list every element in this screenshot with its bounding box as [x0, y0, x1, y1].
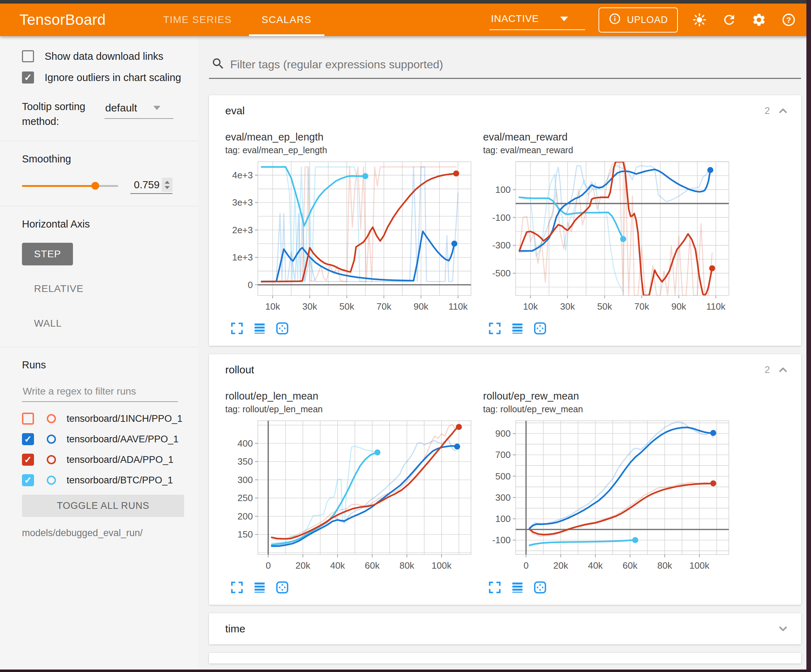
- fit-domain-icon[interactable]: [275, 322, 289, 337]
- run-row-btc[interactable]: tensorboard/BTC/PPO_1: [22, 474, 199, 486]
- run-row-ada[interactable]: tensorboard/ADA/PPO_1: [22, 454, 199, 466]
- dropdown-arrow-icon: [560, 17, 568, 21]
- run-checkbox[interactable]: [22, 474, 34, 486]
- upload-button[interactable]: UPLOAD: [599, 7, 678, 32]
- checkbox[interactable]: [22, 50, 34, 62]
- app-header: TensorBoard TIME SERIES SCALARS INACTIVE…: [0, 3, 811, 36]
- svg-text:350: 350: [238, 456, 253, 467]
- horizontal-axis-label: Horizontal Axis: [22, 218, 199, 230]
- status-dropdown[interactable]: INACTIVE: [489, 10, 585, 30]
- svg-text:80k: 80k: [399, 560, 415, 571]
- runs-filter-input[interactable]: [22, 384, 178, 402]
- svg-text:500: 500: [495, 471, 511, 482]
- line-chart[interactable]: 10k30k50k70k90k110k01e+32e+33e+34e+3: [225, 158, 473, 318]
- smoothing-slider[interactable]: [22, 185, 118, 187]
- svg-text:300: 300: [495, 492, 511, 503]
- help-icon[interactable]: ?: [780, 12, 797, 28]
- svg-text:100: 100: [495, 185, 511, 195]
- section-header-eval[interactable]: eval 2: [209, 95, 801, 126]
- chevron-up-icon[interactable]: [777, 364, 789, 376]
- window-top-edge: [0, 0, 811, 3]
- smoothing-value-field[interactable]: 0.759: [130, 178, 173, 194]
- run-color-circle[interactable]: [47, 455, 56, 464]
- svg-text:70k: 70k: [377, 301, 392, 312]
- axis-option-step[interactable]: STEP: [22, 243, 73, 266]
- fit-domain-icon[interactable]: [533, 322, 547, 337]
- fit-domain-icon[interactable]: [275, 581, 289, 596]
- run-checkbox[interactable]: [22, 454, 34, 466]
- run-selector-icon[interactable]: [511, 581, 524, 596]
- scalars-dashboard: eval 2 eval/mean_ep_length tag: eval/mea…: [199, 36, 811, 672]
- svg-text:30k: 30k: [302, 301, 318, 312]
- run-row-aave[interactable]: tensorboard/AAVE/PPO_1: [22, 433, 199, 445]
- run-selector-icon[interactable]: [253, 581, 266, 596]
- line-chart[interactable]: 020k40k60k80k100k150200250300350400: [225, 417, 473, 577]
- svg-text:0: 0: [523, 560, 528, 571]
- tag-filter-input[interactable]: [230, 58, 799, 71]
- axis-option-wall[interactable]: WALL: [22, 312, 74, 335]
- dropdown-arrow-icon: [153, 106, 160, 110]
- svg-text:40k: 40k: [588, 560, 603, 571]
- section-card-rollout: rollout 2 rollout/ep_len_mean tag: rollo…: [209, 354, 801, 605]
- svg-text:50k: 50k: [597, 301, 612, 312]
- run-checkbox[interactable]: [22, 433, 34, 445]
- checkbox[interactable]: [22, 71, 34, 83]
- svg-text:300: 300: [238, 474, 253, 485]
- expand-chart-icon[interactable]: [488, 581, 502, 596]
- run-row-1inch[interactable]: tensorboard/1INCH/PPO_1: [22, 413, 199, 425]
- svg-text:60k: 60k: [623, 560, 638, 571]
- expand-chart-icon[interactable]: [230, 322, 244, 337]
- header-actions: INACTIVE UPLOAD ?: [489, 3, 811, 36]
- section-header-rollout[interactable]: rollout 2: [209, 354, 801, 385]
- show-download-links-option[interactable]: Show data download links: [22, 50, 199, 62]
- chevron-down-icon[interactable]: [777, 623, 789, 635]
- svg-text:10k: 10k: [265, 301, 280, 312]
- svg-text:2e+3: 2e+3: [232, 225, 253, 235]
- chart-eval-mean-ep-length: eval/mean_ep_length tag: eval/mean_ep_le…: [225, 131, 477, 337]
- axis-option-relative[interactable]: RELATIVE: [22, 278, 96, 300]
- section-header-time[interactable]: time: [209, 613, 801, 644]
- svg-text:110k: 110k: [448, 301, 468, 312]
- app-title: TensorBoard: [19, 11, 106, 28]
- svg-text:0: 0: [266, 560, 271, 571]
- tag-filter-bar[interactable]: [209, 54, 801, 79]
- window-right-edge: [806, 0, 811, 672]
- stepper-down-icon[interactable]: [165, 186, 170, 189]
- fit-domain-icon[interactable]: [533, 581, 547, 596]
- tooltip-sorting-select[interactable]: default: [105, 101, 173, 119]
- expand-chart-icon[interactable]: [230, 581, 244, 596]
- run-color-circle[interactable]: [47, 476, 56, 485]
- settings-icon[interactable]: [751, 12, 767, 28]
- slider-thumb[interactable]: [92, 182, 99, 190]
- number-stepper[interactable]: [162, 178, 173, 192]
- svg-text:700: 700: [495, 449, 511, 460]
- line-chart[interactable]: 020k40k60k80k100k-100100300500700900: [483, 417, 731, 577]
- runs-logdir-path: models/debugged_eval_run/: [22, 528, 199, 538]
- section-card-eval: eval 2 eval/mean_ep_length tag: eval/mea…: [209, 95, 801, 346]
- svg-text:100k: 100k: [689, 560, 710, 571]
- run-selector-icon[interactable]: [253, 322, 266, 337]
- brightness-icon[interactable]: [691, 12, 708, 28]
- run-color-circle[interactable]: [47, 435, 56, 444]
- line-chart[interactable]: 10k30k50k70k90k110k100-100-300-500: [483, 158, 731, 318]
- chevron-up-icon[interactable]: [777, 105, 789, 117]
- stepper-up-icon[interactable]: [165, 181, 170, 184]
- expand-chart-icon[interactable]: [488, 322, 502, 337]
- section-count: 2: [765, 105, 770, 117]
- refresh-icon[interactable]: [721, 12, 737, 28]
- svg-text:3e+3: 3e+3: [232, 197, 253, 208]
- run-checkbox[interactable]: [22, 413, 34, 425]
- info-icon: [608, 12, 621, 28]
- svg-text:60k: 60k: [365, 560, 380, 571]
- run-color-circle[interactable]: [47, 414, 56, 423]
- tab-time-series[interactable]: TIME SERIES: [148, 3, 247, 36]
- divider: [0, 347, 199, 347]
- svg-text:900: 900: [495, 428, 511, 439]
- svg-text:-500: -500: [492, 268, 511, 279]
- tab-scalars[interactable]: SCALARS: [247, 3, 327, 36]
- run-selector-icon[interactable]: [511, 322, 524, 337]
- ignore-outliers-option[interactable]: Ignore outliers in chart scaling: [22, 71, 199, 83]
- svg-text:4e+3: 4e+3: [232, 170, 253, 181]
- svg-text:110k: 110k: [706, 301, 726, 312]
- toggle-all-runs-button[interactable]: TOGGLE ALL RUNS: [22, 495, 184, 517]
